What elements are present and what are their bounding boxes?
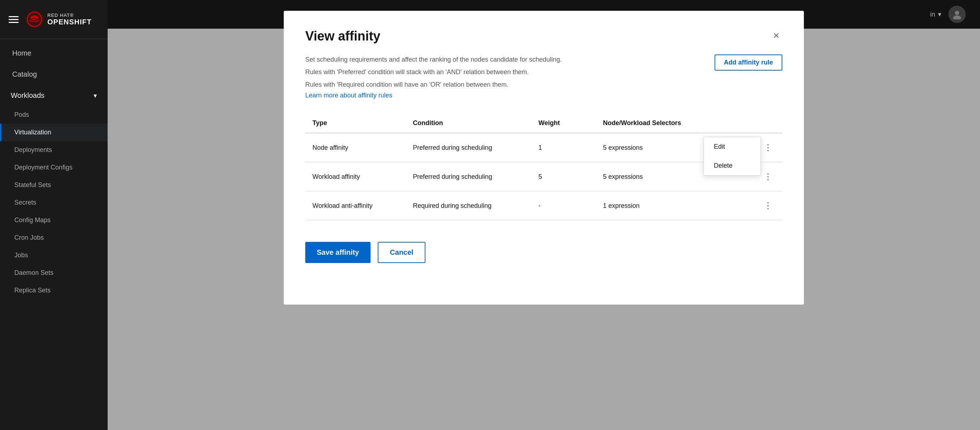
chevron-down-icon: ▾ — [94, 92, 97, 100]
cancel-button[interactable]: Cancel — [378, 242, 426, 263]
col-header-actions — [754, 114, 782, 133]
table-row: Node affinity Preferred during schedulin… — [305, 133, 782, 162]
row2-kebab-button[interactable]: ⋮ — [761, 170, 775, 183]
learn-more-link[interactable]: Learn more about affinity rules — [305, 92, 393, 99]
row1-actions: ⋮ Edit Delete — [754, 133, 782, 162]
sidebar-header: RED HAT® OPENSHIFT — [0, 0, 108, 39]
description-line3: Rules with 'Required condition will have… — [305, 79, 700, 90]
modal-footer: Save affinity Cancel — [305, 242, 782, 263]
row1-type: Node affinity — [305, 133, 406, 162]
sidebar-item-deployments[interactable]: Deployments — [0, 141, 108, 159]
context-menu: Edit Delete — [703, 137, 761, 176]
row3-type: Workload anti-affinity — [305, 191, 406, 221]
sidebar-item-replica-sets[interactable]: Replica Sets — [0, 282, 108, 299]
context-menu-edit[interactable]: Edit — [704, 137, 760, 156]
sidebar-item-deployment-configs[interactable]: Deployment Configs — [0, 159, 108, 176]
row2-weight: 5 — [531, 162, 596, 191]
main-area: in ▾ View affinity × Set scheduling requ… — [108, 0, 980, 430]
row3-condition: Required during scheduling — [406, 191, 531, 221]
workloads-label: Workloads — [11, 91, 45, 100]
row3-selectors: 1 expression — [596, 191, 754, 221]
add-affinity-rule-button[interactable]: Add affinity rule — [714, 54, 782, 71]
logo-openshift: OPENSHIFT — [47, 18, 91, 26]
sidebar-item-config-maps[interactable]: Config Maps — [0, 211, 108, 229]
description-block: Set scheduling requirements and affect t… — [305, 54, 714, 99]
sidebar-item-pods[interactable]: Pods — [0, 106, 108, 124]
row2-condition: Preferred during scheduling — [406, 162, 531, 191]
row1-kebab-button[interactable]: ⋮ — [761, 141, 775, 154]
modal-title: View affinity — [305, 29, 380, 44]
sidebar-item-stateful-sets[interactable]: Stateful Sets — [0, 176, 108, 194]
hamburger-icon[interactable] — [9, 16, 19, 23]
table-row: Workload anti-affinity Required during s… — [305, 191, 782, 221]
logo-red-hat: RED HAT® — [47, 13, 91, 18]
context-menu-delete[interactable]: Delete — [704, 156, 760, 175]
sidebar-item-cron-jobs[interactable]: Cron Jobs — [0, 229, 108, 246]
row3-actions: ⋮ — [754, 191, 782, 221]
description-line1: Set scheduling requirements and affect t… — [305, 54, 700, 65]
row1-weight: 1 — [531, 133, 596, 162]
col-header-condition: Condition — [406, 114, 531, 133]
sidebar: RED HAT® OPENSHIFT Home Catalog Workload… — [0, 0, 108, 430]
sidebar-nav: Home Catalog Workloads ▾ Pods Virtualiza… — [0, 39, 108, 299]
redhat-logo — [25, 10, 44, 29]
sidebar-item-virtualization[interactable]: Virtualization — [0, 124, 108, 141]
col-header-selectors: Node/Workload Selectors — [596, 114, 754, 133]
description-line2: Rules with 'Preferred' condition will st… — [305, 67, 700, 78]
sidebar-item-home[interactable]: Home — [0, 43, 108, 64]
sidebar-item-workloads[interactable]: Workloads ▾ — [0, 85, 108, 106]
sidebar-item-secrets[interactable]: Secrets — [0, 194, 108, 211]
col-header-type: Type — [305, 114, 406, 133]
save-affinity-button[interactable]: Save affinity — [305, 242, 371, 263]
row3-kebab-button[interactable]: ⋮ — [761, 199, 775, 212]
logo-container: RED HAT® OPENSHIFT — [25, 10, 91, 29]
logo-text: RED HAT® OPENSHIFT — [47, 13, 91, 26]
row3-weight: - — [531, 191, 596, 221]
description-section: Set scheduling requirements and affect t… — [305, 54, 782, 99]
row1-condition: Preferred during scheduling — [406, 133, 531, 162]
modal-header: View affinity × — [305, 29, 782, 44]
affinity-table: Type Condition Weight Node/Workload Sele… — [305, 114, 782, 221]
close-button[interactable]: × — [770, 29, 782, 42]
sidebar-item-daemon-sets[interactable]: Daemon Sets — [0, 264, 108, 282]
modal: View affinity × Set scheduling requireme… — [284, 11, 804, 305]
col-header-weight: Weight — [531, 114, 596, 133]
row2-type: Workload affinity — [305, 162, 406, 191]
table-header-row: Type Condition Weight Node/Workload Sele… — [305, 114, 782, 133]
sidebar-item-catalog[interactable]: Catalog — [0, 64, 108, 85]
sidebar-item-jobs[interactable]: Jobs — [0, 246, 108, 264]
